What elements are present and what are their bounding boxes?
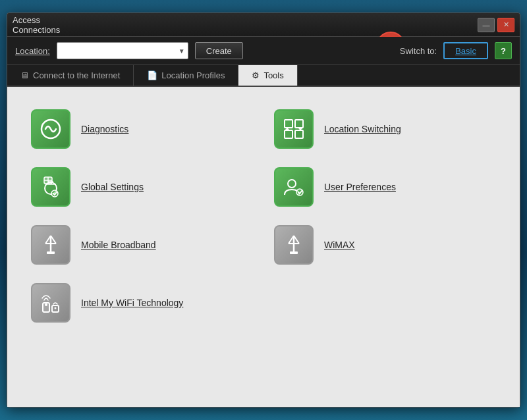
wimax-icon: [282, 233, 306, 257]
diagnostics-label: Diagnostics: [81, 124, 128, 134]
user-preferences-item[interactable]: User Preferences: [264, 158, 507, 216]
global-settings-icon: [39, 175, 63, 199]
svg-rect-21: [290, 251, 298, 254]
basic-button[interactable]: Basic: [443, 42, 488, 59]
svg-rect-5: [285, 130, 292, 138]
tab-profiles[interactable]: 📄 Location Profiles: [134, 65, 238, 86]
diagnostics-icon-box: [31, 109, 70, 149]
tabs-bar: 🖥 Connect to the Internet 📄 Location Pro…: [7, 65, 520, 87]
diagnostics-item[interactable]: Diagnostics: [20, 100, 264, 158]
wimax-label: WiMAX: [324, 240, 355, 250]
svg-rect-4: [295, 120, 303, 128]
tab-tools[interactable]: ⚙ Tools: [238, 65, 297, 86]
location-switching-icon-box: [274, 109, 314, 149]
mobile-broadband-icon: [39, 233, 63, 257]
location-label: Location:: [15, 46, 50, 56]
help-button[interactable]: ?: [495, 42, 512, 59]
intel-wifi-icon: [39, 291, 63, 315]
minimize-button[interactable]: —: [478, 18, 495, 32]
svg-rect-6: [295, 130, 303, 138]
tools-tab-icon: ⚙: [252, 70, 260, 80]
location-switching-label: Location Switching: [324, 124, 401, 134]
svg-point-11: [296, 189, 303, 196]
main-window: Access Connections — ✕ Location: ▼ Creat…: [7, 13, 520, 407]
location-switching-item[interactable]: Location Switching: [264, 100, 507, 158]
close-button[interactable]: ✕: [497, 18, 514, 32]
svg-point-24: [45, 303, 47, 306]
location-switching-icon: [282, 117, 306, 141]
app-title: Access Connections: [13, 15, 75, 35]
svg-rect-3: [285, 120, 292, 128]
tab-connect[interactable]: 🖥 Connect to the Internet: [7, 65, 134, 86]
mobile-broadband-item[interactable]: Mobile Broadband: [20, 216, 264, 274]
svg-rect-16: [47, 251, 55, 254]
tab-profiles-label: Location Profiles: [161, 70, 225, 80]
switch-to-label: Switch to:: [400, 46, 437, 56]
profiles-tab-icon: 📄: [147, 70, 157, 80]
global-settings-icon-box: [31, 167, 70, 207]
tools-content: Diagnostics Location Switching: [7, 87, 520, 407]
user-preferences-icon-box: [274, 167, 314, 207]
wimax-icon-box: [274, 225, 314, 265]
tab-tools-label: Tools: [264, 70, 283, 80]
toolbar: Location: ▼ Create Switch to: Basic ?: [7, 37, 520, 65]
svg-point-9: [51, 190, 58, 197]
user-preferences-label: User Preferences: [324, 182, 396, 192]
user-preferences-icon: [282, 175, 306, 199]
intel-wifi-icon-box: [31, 283, 70, 323]
create-button[interactable]: Create: [195, 42, 243, 59]
dropdown-arrow-icon: ▼: [179, 47, 185, 55]
title-bar-controls: — ✕: [478, 18, 514, 32]
title-bar-left: Access Connections: [13, 15, 75, 35]
diagnostics-icon: [39, 117, 63, 141]
location-dropdown[interactable]: ▼: [57, 42, 188, 59]
svg-point-10: [288, 180, 296, 188]
mobile-broadband-label: Mobile Broadband: [81, 240, 156, 250]
wimax-item[interactable]: WiMAX: [264, 216, 507, 274]
svg-point-26: [55, 307, 57, 309]
intel-wifi-label: Intel My WiFi Technology: [81, 298, 183, 308]
global-settings-label: Global Settings: [81, 182, 144, 192]
mobile-broadband-icon-box: [31, 225, 70, 265]
title-bar: Access Connections — ✕: [7, 13, 520, 37]
global-settings-item[interactable]: Global Settings: [20, 158, 264, 216]
intel-wifi-item[interactable]: Intel My WiFi Technology: [20, 274, 264, 332]
connect-tab-icon: 🖥: [20, 70, 29, 80]
tab-connect-label: Connect to the Internet: [33, 70, 120, 80]
